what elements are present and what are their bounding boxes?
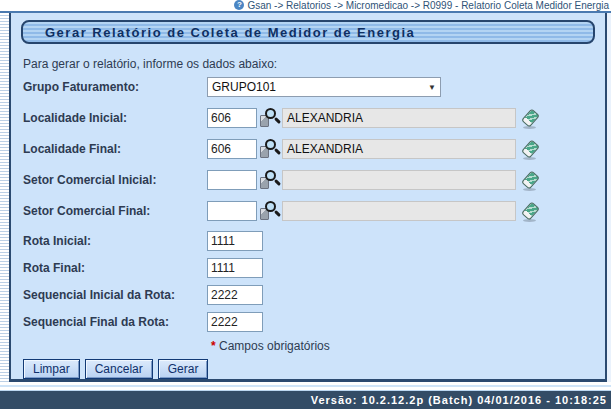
row-sequencial-inicial: Sequencial Inicial da Rota: xyxy=(23,285,597,305)
main-region: Gerar Relatório de Coleta de Medidor de … xyxy=(0,13,611,382)
page-title-bar: Gerar Relatório de Coleta de Medidor de … xyxy=(21,20,595,44)
localidade-inicial-input[interactable] xyxy=(207,108,257,128)
footer-bar: Versão: 10.2.12.2p (Batch) 04/01/2016 - … xyxy=(0,391,611,409)
row-grupo-faturamento: Grupo Faturamento: GRUPO101 ▼ xyxy=(23,77,597,97)
setor-comercial-inicial-label: Setor Comercial Inicial: xyxy=(23,173,207,187)
sequencial-inicial-label: Sequencial Inicial da Rota: xyxy=(23,288,207,302)
page-title: Gerar Relatório de Coleta de Medidor de … xyxy=(45,25,415,40)
chevron-down-icon: ▼ xyxy=(428,83,436,92)
rota-final-label: Rota Final: xyxy=(23,261,207,275)
row-setor-comercial-final: Setor Comercial Final: xyxy=(23,200,597,222)
eraser-icon[interactable] xyxy=(520,201,540,222)
cancelar-button[interactable]: Cancelar xyxy=(85,359,153,379)
eraser-icon[interactable] xyxy=(520,139,540,160)
rota-inicial-input[interactable] xyxy=(207,231,263,251)
row-rota-inicial: Rota Inicial: xyxy=(23,231,597,251)
sequencial-final-label: Sequencial Final da Rota: xyxy=(23,315,207,329)
required-asterisk: * xyxy=(211,339,216,353)
setor-comercial-final-label: Setor Comercial Final: xyxy=(23,204,207,218)
sequencial-inicial-input[interactable] xyxy=(207,285,263,305)
grupo-faturamento-label: Grupo Faturamento: xyxy=(23,80,207,94)
row-setor-comercial-inicial: Setor Comercial Inicial: xyxy=(23,169,597,191)
version-text: Versão: 10.2.12.2p (Batch) 04/01/2016 - … xyxy=(311,394,607,406)
setor-comercial-inicial-name xyxy=(282,170,516,190)
grupo-faturamento-selected-value: GRUPO101 xyxy=(212,80,276,94)
form-panel: Gerar Relatório de Coleta de Medidor de … xyxy=(9,13,607,382)
setor-comercial-final-input[interactable] xyxy=(207,201,257,221)
localidade-final-name: ALEXANDRIA xyxy=(282,139,516,159)
required-text: Campos obrigatórios xyxy=(219,339,330,353)
breadcrumb-bar: ? Gsan -> Relatorios -> Micromedicao -> … xyxy=(0,0,611,13)
gsan-window: ? Gsan -> Relatorios -> Micromedicao -> … xyxy=(0,0,611,409)
search-icon[interactable] xyxy=(259,201,279,222)
row-sequencial-final: Sequencial Final da Rota: xyxy=(23,312,597,332)
grupo-faturamento-select[interactable]: GRUPO101 ▼ xyxy=(207,77,441,97)
row-localidade-final: Localidade Final: ALEXANDRIA xyxy=(23,138,597,160)
footer-decor-stripes xyxy=(0,382,611,391)
row-localidade-inicial: Localidade Inicial: ALEXANDRIA xyxy=(23,107,597,129)
button-row: Limpar Cancelar Gerar xyxy=(23,359,595,379)
setor-comercial-final-name xyxy=(282,201,516,221)
required-fields-note: * Campos obrigatórios xyxy=(211,339,597,353)
right-decor-gap xyxy=(607,13,611,382)
localidade-final-label: Localidade Final: xyxy=(23,142,207,156)
setor-comercial-inicial-input[interactable] xyxy=(207,170,257,190)
row-rota-final: Rota Final: xyxy=(23,258,597,278)
search-icon[interactable] xyxy=(259,108,279,129)
form-instructions: Para gerar o relatório, informe os dados… xyxy=(23,57,597,71)
search-icon[interactable] xyxy=(259,170,279,191)
localidade-inicial-label: Localidade Inicial: xyxy=(23,111,207,125)
sequencial-final-input[interactable] xyxy=(207,312,263,332)
localidade-final-input[interactable] xyxy=(207,139,257,159)
localidade-inicial-name: ALEXANDRIA xyxy=(282,108,516,128)
rota-inicial-label: Rota Inicial: xyxy=(23,234,207,248)
limpar-button[interactable]: Limpar xyxy=(23,359,80,379)
help-icon[interactable]: ? xyxy=(234,0,244,10)
search-icon[interactable] xyxy=(259,139,279,160)
rota-final-input[interactable] xyxy=(207,258,263,278)
left-decor-strip xyxy=(0,13,9,382)
eraser-icon[interactable] xyxy=(520,108,540,129)
gerar-button[interactable]: Gerar xyxy=(158,359,209,379)
breadcrumb: Gsan -> Relatorios -> Micromedicao -> R0… xyxy=(247,0,609,11)
eraser-icon[interactable] xyxy=(520,170,540,191)
